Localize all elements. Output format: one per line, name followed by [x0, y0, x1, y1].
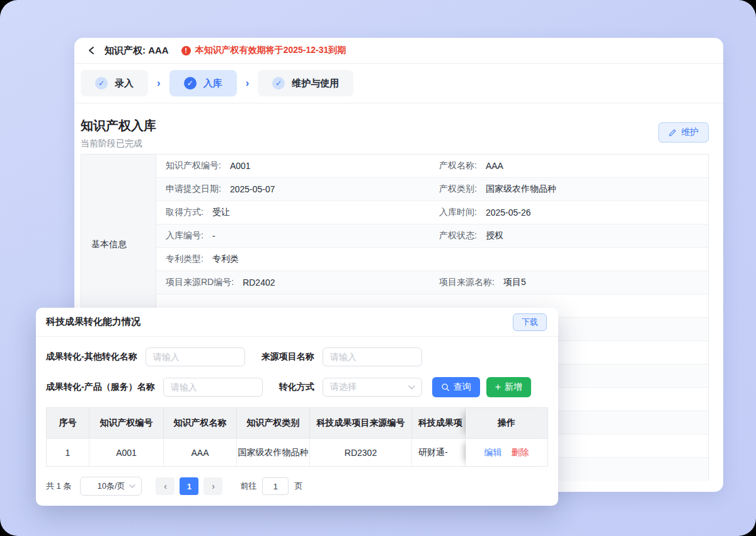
column-header-actions: 操作 — [466, 408, 547, 438]
add-button[interactable]: + 新增 — [486, 377, 531, 397]
goto-label: 前往 — [240, 481, 256, 492]
detail-header: 知识产权: AAA ! 本知识产权有效期将于2025-12-31到期 — [74, 38, 723, 64]
plus-icon: + — [495, 382, 501, 392]
step-label: 入库 — [203, 78, 222, 90]
chevron-right-icon: › — [246, 77, 249, 90]
field-value: 授权 — [486, 230, 503, 242]
check-icon: ✓ — [272, 77, 285, 90]
current-page-button[interactable]: 1 — [180, 477, 198, 495]
cell-ip-code: A001 — [89, 438, 164, 466]
table-row: 项目来源RD编号:RD2402 项目来源名称:项目5 — [156, 271, 708, 294]
field-label: 申请提交日期: — [166, 184, 221, 195]
search-icon — [441, 383, 450, 392]
edit-link[interactable]: 编辑 — [484, 447, 502, 458]
step-label: 录入 — [115, 78, 134, 90]
maintain-button[interactable]: 维护 — [658, 122, 709, 143]
back-icon[interactable] — [86, 45, 97, 56]
cell-source-code: RD2302 — [310, 438, 412, 466]
table-row: 1 A001 AAA 国家级农作物品种 RD2302 研财通- 编辑 删除 — [47, 438, 547, 466]
field-value: 2025-05-07 — [230, 184, 275, 194]
step-entry[interactable]: ✓ 录入 — [81, 70, 148, 96]
expiry-warning: ! 本知识产权有效期将于2025-12-31到期 — [181, 45, 346, 56]
field-value: AAA — [486, 161, 503, 171]
page-breadcrumb-title: 知识产权: AAA — [105, 45, 169, 57]
table-header-row: 序号 知识产权编号 知识产权名称 知识产权类别 科技成果项目来源编号 科技成果项… — [47, 408, 547, 438]
screen-background: 知识产权: AAA ! 本知识产权有效期将于2025-12-31到期 ✓ 录入 … — [0, 0, 756, 536]
column-header: 科技成果项目来源编号 — [310, 408, 412, 438]
column-header: 知识产权编号 — [89, 408, 164, 438]
table-row: 申请提交日期:2025-05-07 产权类别:国家级农作物品种 — [156, 178, 708, 201]
field-label: 项目来源名称: — [439, 277, 495, 288]
other-transform-name-input[interactable] — [146, 347, 245, 366]
table-row: 知识产权编号:A001 产权名称:AAA — [156, 154, 708, 178]
section-label: 基本信息 — [91, 239, 127, 250]
field-value: RD2402 — [243, 277, 275, 288]
delete-link[interactable]: 删除 — [512, 447, 529, 458]
filter-row-1: 成果转化-其他转化名称 来源项目名称 — [46, 347, 548, 367]
column-header: 科技成果项 — [412, 408, 466, 438]
download-button[interactable]: 下载 — [513, 313, 547, 331]
field-label: 专利类型: — [166, 253, 203, 265]
chevron-down-icon — [408, 385, 415, 390]
filter-row-2: 成果转化-产品（服务）名称 转化方式 请选择 查询 + 新增 — [46, 377, 548, 397]
cell-ip-category: 国家级农作物品种 — [237, 438, 310, 466]
page-size-select[interactable]: 10条/页 — [80, 477, 142, 496]
cell-actions: 编辑 删除 — [466, 438, 547, 466]
check-icon: ✓ — [184, 77, 197, 90]
section-head: 知识产权入库 当前阶段已完成 维护 — [74, 103, 723, 154]
search-button-label: 查询 — [454, 382, 471, 393]
total-count: 共 1 条 — [46, 481, 71, 492]
results-table: 序号 知识产权编号 知识产权名称 知识产权类别 科技成果项目来源编号 科技成果项… — [46, 407, 548, 467]
pencil-icon — [668, 129, 677, 137]
field-value: 专利类 — [212, 253, 239, 265]
column-header: 知识产权名称 — [164, 408, 237, 438]
transformation-dialog: 科技成果转化能力情况 下载 成果转化-其他转化名称 来源项目名称 成果转化-产品… — [36, 308, 558, 506]
field-value: 国家级农作物品种 — [486, 184, 556, 195]
field-label: 产权名称: — [439, 160, 477, 172]
add-button-label: 新增 — [505, 382, 522, 393]
warning-text: 本知识产权有效期将于2025-12-31到期 — [195, 45, 346, 56]
cell-source-name: 研财通- — [412, 438, 466, 466]
field-label: 入库时间: — [439, 207, 477, 218]
page-unit-label: 页 — [294, 481, 302, 492]
field-value: 2025-05-26 — [486, 207, 531, 218]
table-row: 取得方式:受让 入库时间:2025-05-26 — [156, 201, 708, 224]
field-value: A001 — [230, 161, 251, 171]
field-label: 产权状态: — [439, 230, 477, 242]
chevron-right-icon: › — [157, 77, 161, 90]
process-steps: ✓ 录入 › ✓ 入库 › ✓ 维护与使用 — [74, 64, 723, 103]
step-storage[interactable]: ✓ 入库 — [169, 70, 237, 96]
table-row: 入库编号:- 产权状态:授权 — [156, 224, 708, 248]
field-label: 知识产权编号: — [166, 160, 221, 172]
pagination: 共 1 条 10条/页 ‹ 1 › 前往 页 — [46, 477, 548, 496]
field-value: 项目5 — [503, 277, 526, 288]
dialog-header: 科技成果转化能力情况 下载 — [36, 308, 558, 337]
transform-method-select[interactable]: 请选择 — [323, 378, 422, 397]
field-label: 来源项目名称 — [261, 351, 314, 363]
check-icon: ✓ — [95, 77, 108, 90]
dialog-title: 科技成果转化能力情况 — [46, 316, 140, 328]
field-value: 受让 — [212, 207, 230, 218]
page-title: 知识产权入库 — [81, 117, 156, 134]
field-label: 产权类别: — [439, 184, 477, 195]
select-placeholder: 请选择 — [330, 382, 357, 393]
chevron-down-icon — [129, 484, 135, 488]
step-maintain[interactable]: ✓ 维护与使用 — [258, 70, 353, 96]
step-label: 维护与使用 — [292, 78, 339, 90]
warning-icon: ! — [181, 46, 191, 55]
next-page-button[interactable]: › — [203, 477, 222, 495]
cell-index: 1 — [47, 438, 89, 466]
field-label: 转化方式 — [279, 382, 314, 393]
table-row: 专利类型:专利类 — [156, 248, 708, 271]
product-service-name-input[interactable] — [163, 378, 263, 397]
goto-page-input[interactable] — [262, 477, 289, 495]
source-project-name-input[interactable] — [323, 347, 422, 366]
field-label: 取得方式: — [166, 207, 203, 218]
page-size-value: 10条/页 — [97, 481, 125, 492]
prev-page-button[interactable]: ‹ — [156, 477, 175, 495]
field-value: - — [212, 231, 215, 241]
cell-ip-name: AAA — [164, 438, 237, 466]
field-label: 项目来源RD编号: — [166, 277, 234, 288]
filter-form: 成果转化-其他转化名称 来源项目名称 成果转化-产品（服务）名称 转化方式 请选… — [36, 337, 558, 397]
search-button[interactable]: 查询 — [432, 377, 480, 397]
